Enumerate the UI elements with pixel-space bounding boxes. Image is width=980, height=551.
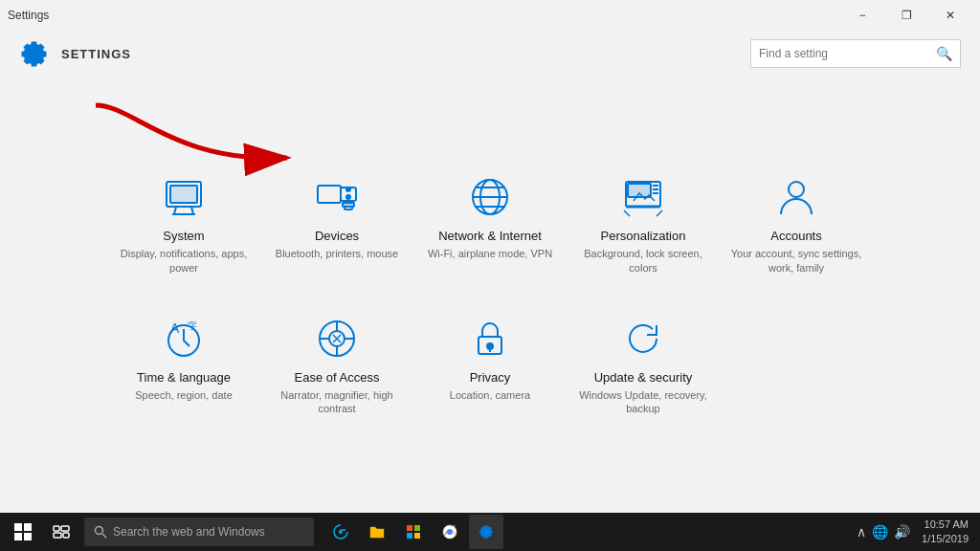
svg-text:字: 字	[188, 320, 197, 331]
settings-item-desc-devices: Bluetooth, printers, mouse	[276, 247, 398, 260]
taskbar-search-box[interactable]: Search the web and Windows	[84, 518, 314, 546]
settings-item-title-personalization: Personalization	[601, 229, 686, 243]
svg-line-3	[191, 207, 193, 214]
app-title: SETTINGS	[61, 47, 131, 61]
network-icon: 🌐	[872, 524, 888, 540]
time-display: 10:57 AM	[922, 518, 969, 532]
settings-item-title-update: Update & security	[594, 370, 693, 385]
taskbar: Search the web and Windows	[0, 513, 980, 551]
settings-item-desc-system: Display, notifications, apps, power	[115, 247, 253, 275]
settings-item-title-time: Time & language	[137, 370, 231, 385]
settings-item-title-devices: Devices	[315, 229, 359, 243]
window-title: Settings	[8, 9, 49, 22]
settings-item-update[interactable]: Update & security Windows Update, recove…	[567, 299, 720, 431]
privacy-icon	[466, 315, 514, 363]
title-bar-left: Settings	[8, 9, 49, 22]
settings-item-desc-network: Wi-Fi, airplane mode, VPN	[428, 247, 552, 260]
system-icon	[160, 173, 208, 221]
update-icon	[619, 315, 667, 363]
start-button[interactable]	[4, 513, 42, 551]
system-tray-icons: ∧ 🌐 🔊	[857, 524, 910, 540]
settings-item-desc-personalization: Background, lock screen, colors	[574, 247, 712, 275]
title-bar: Settings − ❐ ✕	[0, 0, 980, 31]
svg-rect-37	[24, 523, 32, 531]
search-input[interactable]	[759, 47, 936, 60]
settings-item-desc-time: Speech, region, date	[135, 388, 233, 402]
settings-gear-icon	[19, 38, 50, 69]
accounts-icon	[772, 173, 820, 221]
settings-item-title-privacy: Privacy	[470, 370, 511, 385]
svg-rect-39	[24, 533, 32, 540]
main-content: System Display, notifications, apps, pow…	[0, 77, 980, 513]
personalization-icon	[619, 173, 667, 221]
svg-rect-18	[626, 205, 660, 209]
settings-item-desc-update: Windows Update, recovery, backup	[574, 388, 712, 416]
edge-icon[interactable]	[323, 515, 358, 549]
svg-rect-9	[345, 207, 352, 209]
svg-point-51	[447, 529, 453, 535]
settings-item-time[interactable]: A 字 Time & language Speech, region, date	[107, 299, 260, 431]
settings-item-title-system: System	[163, 229, 204, 243]
app-header: SETTINGS 🔍	[0, 31, 980, 77]
settings-item-devices[interactable]: Devices Bluetooth, printers, mouse	[260, 158, 413, 290]
svg-rect-19	[628, 184, 651, 197]
svg-text:A: A	[170, 320, 180, 336]
settings-grid: System Display, notifications, apps, pow…	[107, 158, 873, 430]
date-display: 1/15/2019	[922, 532, 969, 546]
svg-rect-49	[414, 533, 420, 539]
svg-rect-43	[63, 533, 69, 538]
svg-rect-5	[170, 186, 197, 203]
clock[interactable]: 10:57 AM 1/15/2019	[922, 518, 969, 547]
devices-icon	[313, 173, 361, 221]
chevron-up-icon[interactable]: ∧	[857, 524, 866, 540]
svg-rect-40	[54, 526, 59, 531]
svg-rect-6	[318, 186, 341, 203]
header-left: SETTINGS	[19, 38, 131, 69]
svg-rect-41	[61, 526, 69, 531]
settings-item-accounts[interactable]: Accounts Your account, sync settings, wo…	[720, 158, 873, 290]
close-button[interactable]: ✕	[928, 0, 972, 31]
settings-item-desc-privacy: Location, camera	[450, 388, 530, 402]
search-box[interactable]: 🔍	[750, 39, 961, 68]
settings-item-privacy[interactable]: Privacy Location, camera	[413, 299, 567, 431]
svg-rect-36	[14, 523, 22, 531]
settings-item-desc-accounts: Your account, sync settings, work, famil…	[727, 247, 865, 275]
volume-icon: 🔊	[894, 524, 910, 540]
settings-taskbar-icon[interactable]	[469, 515, 503, 549]
svg-point-44	[96, 527, 103, 535]
search-icon[interactable]: 🔍	[936, 46, 952, 61]
time-icon: A 字	[160, 315, 208, 363]
store-icon[interactable]	[396, 515, 431, 549]
taskbar-right: ∧ 🌐 🔊 10:57 AM 1/15/2019	[857, 518, 976, 547]
svg-rect-38	[14, 533, 22, 540]
chrome-icon[interactable]	[433, 515, 467, 549]
svg-point-34	[487, 343, 493, 349]
svg-rect-47	[414, 525, 420, 531]
task-view-button[interactable]	[44, 515, 78, 549]
explorer-icon[interactable]	[360, 515, 394, 549]
svg-rect-42	[54, 533, 61, 538]
minimize-button[interactable]: −	[840, 0, 884, 31]
settings-item-title-network: Network & Internet	[438, 229, 542, 243]
settings-item-personalization[interactable]: Personalization Background, lock screen,…	[567, 158, 720, 290]
restore-button[interactable]: ❐	[884, 0, 928, 31]
settings-item-desc-ease: Narrator, magnifier, high contrast	[268, 388, 406, 416]
title-bar-controls: − ❐ ✕	[840, 0, 972, 31]
network-icon	[466, 173, 514, 221]
settings-item-network[interactable]: Network & Internet Wi-Fi, airplane mode,…	[413, 158, 567, 290]
svg-line-2	[174, 207, 176, 214]
ease-icon	[313, 315, 361, 363]
svg-rect-46	[407, 525, 412, 531]
svg-line-45	[102, 534, 106, 538]
settings-item-title-accounts: Accounts	[770, 229, 821, 243]
settings-item-system[interactable]: System Display, notifications, apps, pow…	[107, 158, 260, 290]
settings-item-title-ease: Ease of Access	[295, 370, 380, 385]
svg-point-10	[346, 187, 350, 191]
settings-item-ease[interactable]: Ease of Access Narrator, magnifier, high…	[260, 299, 413, 431]
svg-point-11	[346, 195, 350, 199]
taskbar-search-text: Search the web and Windows	[113, 525, 265, 539]
svg-point-23	[789, 182, 804, 197]
svg-rect-48	[407, 533, 412, 539]
